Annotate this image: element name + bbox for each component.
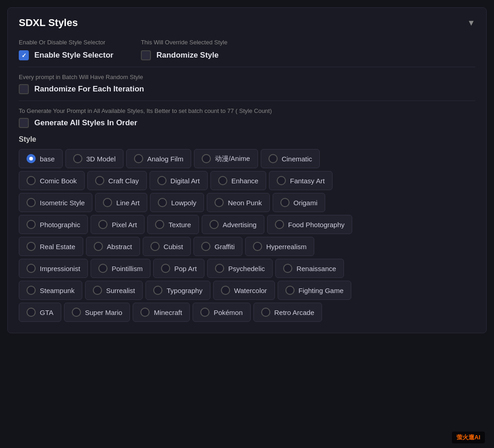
- sdxl-styles-panel: SDXL Styles ▼ Enable Or Disable Style Se…: [7, 7, 487, 333]
- radio-cinematic: [268, 154, 278, 163]
- styles-row-0: base3D ModelAnalog Film动漫/AnimeCinematic: [19, 149, 475, 168]
- style-btn-3d-model[interactable]: 3D Model: [65, 149, 124, 168]
- style-btn-advertising[interactable]: Advertising: [202, 215, 264, 234]
- style-label-graffiti: Graffiti: [215, 243, 235, 251]
- collapse-icon[interactable]: ▼: [467, 18, 475, 28]
- radio-retro-arcade: [261, 308, 270, 317]
- style-label-retro-arcade: Retro Arcade: [274, 309, 315, 316]
- style-btn----anime[interactable]: 动漫/Anime: [194, 149, 258, 168]
- style-btn-texture[interactable]: Texture: [147, 215, 199, 234]
- style-label-fighting-game: Fighting Game: [299, 287, 344, 294]
- style-btn-lowpoly[interactable]: Lowpoly: [150, 193, 204, 212]
- style-label-craft-clay: Craft Clay: [108, 177, 139, 185]
- style-btn-real-estate[interactable]: Real Estate: [19, 237, 83, 256]
- radio-hyperrealism: [253, 242, 262, 251]
- generate-all-checkbox[interactable]: [19, 118, 29, 128]
- radio-pixel-art: [98, 220, 107, 229]
- style-btn-origami[interactable]: Origami: [273, 193, 326, 212]
- enable-style-checkbox[interactable]: [19, 50, 29, 60]
- style-btn-isometric-style[interactable]: Isometric Style: [19, 193, 92, 212]
- style-btn-super-mario[interactable]: Super Mario: [64, 303, 130, 322]
- radio-lowpoly: [158, 198, 167, 207]
- generate-all-label: Generate All Styles In Order: [34, 118, 137, 128]
- style-btn-fantasy-art[interactable]: Fantasy Art: [269, 171, 333, 190]
- radio-enhance: [218, 176, 227, 185]
- style-btn-cubist[interactable]: Cubist: [143, 237, 191, 256]
- styles-row-1: Comic BookCraft ClayDigital ArtEnhanceFa…: [19, 171, 475, 190]
- style-label-surrealist: Surrealist: [106, 287, 135, 294]
- style-label-steampunk: Steampunk: [40, 287, 75, 294]
- style-btn-gta[interactable]: GTA: [19, 303, 61, 322]
- style-btn-enhance[interactable]: Enhance: [210, 171, 266, 190]
- style-btn-typography[interactable]: Typography: [145, 281, 210, 300]
- styles-row-5: ImpressionistPointillismPop ArtPsychedel…: [19, 259, 475, 278]
- style-btn-watercolor[interactable]: Watercolor: [213, 281, 275, 300]
- style-btn-pixel-art[interactable]: Pixel Art: [91, 215, 145, 234]
- radio-super-mario: [72, 308, 81, 317]
- style-btn-pop-art[interactable]: Pop Art: [153, 259, 204, 278]
- style-btn-hyperrealism[interactable]: Hyperrealism: [245, 237, 314, 256]
- style-label-analog-film: Analog Film: [147, 155, 183, 163]
- style-btn-neon-punk[interactable]: Neon Punk: [207, 193, 269, 212]
- radio-line-art: [103, 198, 112, 207]
- radio-watercolor: [221, 286, 230, 295]
- style-btn-retro-arcade[interactable]: Retro Arcade: [253, 303, 322, 322]
- randomize-style-label: Randomize Style: [156, 51, 219, 60]
- style-label-lowpoly: Lowpoly: [171, 199, 196, 207]
- radio-renaissance: [283, 264, 292, 273]
- style-btn-comic-book[interactable]: Comic Book: [19, 171, 85, 190]
- style-label-typography: Typography: [166, 287, 202, 294]
- panel-header: SDXL Styles ▼: [19, 17, 475, 29]
- style-btn-pointillism[interactable]: Pointillism: [91, 259, 150, 278]
- radio-surrealist: [93, 286, 102, 295]
- randomize-style-checkbox[interactable]: [141, 50, 151, 60]
- radio-psychedelic: [215, 264, 224, 273]
- style-btn-craft-clay[interactable]: Craft Clay: [87, 171, 147, 190]
- style-label-comic-book: Comic Book: [40, 177, 77, 185]
- style-btn-line-art[interactable]: Line Art: [95, 193, 147, 212]
- style-btn-photographic[interactable]: Photographic: [19, 215, 88, 234]
- style-btn-psychedelic[interactable]: Psychedelic: [207, 259, 273, 278]
- radio-abstract: [94, 242, 103, 251]
- radio-fantasy-art: [277, 176, 286, 185]
- style-btn-abstract[interactable]: Abstract: [86, 237, 140, 256]
- style-btn-food-photography[interactable]: Food Photography: [267, 215, 352, 234]
- randomize-iteration-checkbox[interactable]: [19, 84, 29, 94]
- styles-row-7: GTASuper MarioMinecraftPokémonRetro Arca…: [19, 303, 475, 322]
- radio-fighting-game: [285, 286, 295, 295]
- style-btn-graffiti[interactable]: Graffiti: [193, 237, 242, 256]
- style-btn-fighting-game[interactable]: Fighting Game: [278, 281, 351, 300]
- style-btn-base[interactable]: base: [19, 149, 63, 168]
- watermark: 萤火遛AI: [452, 432, 485, 443]
- style-label-pok-mon: Pokémon: [214, 309, 242, 316]
- style-btn-analog-film[interactable]: Analog Film: [126, 149, 191, 168]
- style-btn-cinematic[interactable]: Cinematic: [261, 149, 320, 168]
- style-btn-renaissance[interactable]: Renaissance: [275, 259, 344, 278]
- radio-cubist: [150, 242, 160, 251]
- style-btn-surrealist[interactable]: Surrealist: [85, 281, 143, 300]
- radio-origami: [280, 198, 290, 207]
- style-label-super-mario: Super Mario: [85, 309, 123, 316]
- styles-row-6: SteampunkSurrealistTypographyWatercolorF…: [19, 281, 475, 300]
- radio-texture: [155, 220, 164, 229]
- style-btn-steampunk[interactable]: Steampunk: [19, 281, 82, 300]
- style-btn-impressionist[interactable]: Impressionist: [19, 259, 88, 278]
- divider-1: [19, 67, 475, 67]
- styles-row-3: PhotographicPixel ArtTextureAdvertisingF…: [19, 215, 475, 234]
- style-label----anime: 动漫/Anime: [215, 155, 250, 163]
- radio-minecraft: [140, 308, 150, 317]
- style-btn-digital-art[interactable]: Digital Art: [150, 171, 208, 190]
- style-btn-minecraft[interactable]: Minecraft: [133, 303, 190, 322]
- style-btn-pok-mon[interactable]: Pokémon: [193, 303, 250, 322]
- style-label-fantasy-art: Fantasy Art: [290, 177, 325, 185]
- styles-grid: base3D ModelAnalog Film动漫/AnimeCinematic…: [19, 149, 475, 322]
- style-label-pointillism: Pointillism: [112, 265, 143, 272]
- radio-digital-art: [157, 176, 166, 185]
- panel-title: SDXL Styles: [19, 17, 78, 29]
- style-label-digital-art: Digital Art: [171, 177, 200, 185]
- radio-3d-model: [73, 154, 82, 163]
- style-label-texture: Texture: [168, 221, 191, 229]
- radio-pok-mon: [200, 308, 209, 317]
- radio-typography: [153, 286, 162, 295]
- style-label-watercolor: Watercolor: [234, 287, 267, 294]
